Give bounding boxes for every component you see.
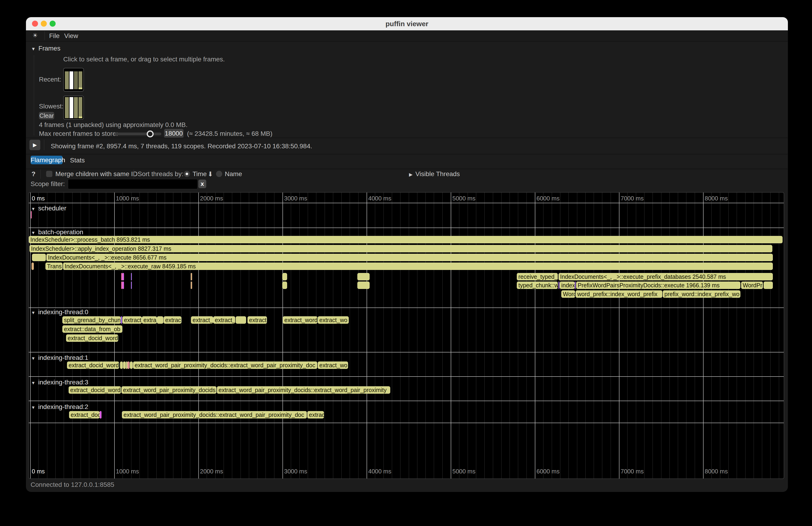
scope-bar[interactable]: Trans <box>45 263 62 270</box>
scope-bar[interactable]: extract_word_pair_proximity_docids <box>121 386 216 394</box>
scope-bar[interactable] <box>357 273 369 280</box>
scope-bar[interactable]: receive_typed_ <box>517 273 558 280</box>
sort-time-label: Time <box>192 170 207 178</box>
thread-collapse-header[interactable]: ▼batch-operation <box>31 229 83 236</box>
scope-bar[interactable] <box>559 281 560 289</box>
merge-children-checkbox[interactable] <box>46 171 53 177</box>
scope-bar[interactable]: extract_docid_word <box>66 334 118 342</box>
scope-bar[interactable]: extract_wo <box>318 362 348 369</box>
thread-collapse-header[interactable]: ▼indexing-thread:0 <box>31 308 88 316</box>
visible-threads-header[interactable]: ▶Visible Threads <box>409 170 460 178</box>
scope-filter-input[interactable] <box>68 179 198 189</box>
scope-bar[interactable]: WordPr <box>741 281 763 289</box>
scope-bar[interactable] <box>191 281 192 289</box>
scope-bar[interactable] <box>157 316 163 324</box>
scope-bar[interactable]: PrefixWordPairsProximityDocids::execute … <box>576 281 740 289</box>
gridline <box>644 192 644 479</box>
slowest-frames-thumbnail[interactable] <box>63 96 84 120</box>
scope-bar[interactable] <box>32 254 46 261</box>
clear-button[interactable]: Clear <box>39 112 54 119</box>
recent-frames-thumbnail[interactable] <box>63 68 84 91</box>
scope-bar[interactable]: IndexDocuments<_, _>::execute_raw 8459.1… <box>63 263 773 270</box>
scope-bar[interactable]: extrac <box>164 316 182 324</box>
gridline <box>308 192 308 479</box>
scope-bar[interactable]: extract_word_pair_proximity_docids::extr… <box>122 411 307 419</box>
thread-collapse-header[interactable]: ▼scheduler <box>31 205 66 212</box>
sort-time-radio[interactable] <box>184 171 190 177</box>
scope-bar[interactable] <box>191 273 192 280</box>
max-frames-slider[interactable] <box>115 133 161 135</box>
scope-bar[interactable]: index <box>560 281 575 289</box>
scope-bar[interactable]: IndexDocuments<_, _>::execute 8656.677 m… <box>46 254 773 261</box>
thread-collapse-header[interactable]: ▼indexing-thread:2 <box>31 403 88 411</box>
max-frames-value[interactable]: 18000 <box>164 129 184 138</box>
scope-bar[interactable]: extract <box>122 316 142 324</box>
thread-collapse-header[interactable]: ▼indexing-thread:3 <box>31 379 88 386</box>
scope-bar[interactable] <box>131 273 132 280</box>
scope-bar[interactable] <box>123 362 126 369</box>
scope-bar[interactable] <box>282 273 287 280</box>
scope-bar[interactable] <box>236 316 246 324</box>
max-frames-slider-knob[interactable] <box>147 130 154 137</box>
scope-bar[interactable]: extrac <box>307 411 324 419</box>
scope-bar[interactable]: extract_ <box>213 316 235 324</box>
help-button[interactable]: ? <box>31 170 35 178</box>
scope-bar[interactable] <box>128 362 130 369</box>
menu-view[interactable]: View <box>64 32 78 40</box>
scope-bar[interactable] <box>120 362 123 369</box>
ruler-tick-label: 2000 ms <box>200 195 223 202</box>
scope-bar[interactable]: typed_chunk::w <box>517 281 558 289</box>
menu-file[interactable]: File <box>49 32 60 40</box>
scope-bar[interactable] <box>122 281 124 289</box>
scope-bar[interactable]: extract <box>247 316 267 324</box>
scope-bar[interactable]: IndexScheduler>::process_batch 8953.821 … <box>29 236 783 243</box>
thread-name: batch-operation <box>38 229 84 236</box>
scope-bar[interactable]: extract_docid_word <box>69 386 121 394</box>
scope-bar[interactable] <box>31 211 32 219</box>
scope-bar[interactable] <box>122 273 124 280</box>
scope-bar[interactable] <box>131 281 132 289</box>
scope-bar[interactable]: extract_word_pair_proximity_docids::extr… <box>133 362 317 369</box>
sort-direction-icon[interactable]: ⬇ <box>208 170 213 178</box>
flamegraph-panel[interactable]: 0 ms0 ms1000 ms1000 ms2000 ms2000 ms3000… <box>28 192 784 479</box>
frames-section-header[interactable]: ▼Frames <box>31 45 60 52</box>
scope-bar[interactable] <box>357 281 369 289</box>
scope-bar[interactable] <box>764 281 773 289</box>
thread-collapse-header[interactable]: ▼indexing-thread:1 <box>31 354 88 362</box>
scope-bar[interactable] <box>31 263 34 270</box>
scope-bar[interactable] <box>121 316 122 324</box>
theme-toggle-icon[interactable]: ☀ <box>32 32 38 39</box>
scope-bar[interactable] <box>100 411 102 419</box>
scope-bar[interactable]: extract_word_pair_proximity_docids::extr… <box>217 386 390 394</box>
scope-bar[interactable]: extra <box>142 316 157 324</box>
scope-bar[interactable]: IndexScheduler>::apply_index_operation 8… <box>29 245 772 252</box>
window-title: puffin viewer <box>26 17 788 30</box>
scope-bar[interactable]: extract_ <box>191 316 213 324</box>
gridline <box>661 192 662 479</box>
scope-bar[interactable] <box>130 362 133 369</box>
scope-bar[interactable] <box>575 281 576 289</box>
frame-bar <box>65 71 69 89</box>
scope-bar[interactable]: word_prefix::index_word_prefix <box>576 290 662 298</box>
section-separator <box>29 307 784 308</box>
sort-name-radio[interactable] <box>216 171 222 177</box>
clear-filter-button[interactable]: x <box>198 179 206 188</box>
tab-stats[interactable]: Stats <box>70 157 85 164</box>
gridline <box>476 192 476 479</box>
scope-bar[interactable]: extract::data_from_ob <box>62 325 122 333</box>
divider <box>40 170 41 179</box>
gridline <box>745 192 745 479</box>
scope-bar[interactable]: prefix_word::index_prefix_wo <box>663 290 740 298</box>
scope-bar[interactable]: IndexDocuments<_, _>::execute_prefix_dat… <box>559 273 773 280</box>
gridline <box>425 192 426 479</box>
scope-bar[interactable]: extract_doc <box>69 411 100 419</box>
play-button[interactable]: ▶ <box>29 140 40 150</box>
scope-bar[interactable] <box>282 281 287 289</box>
scope-bar[interactable]: extract_word <box>283 316 318 324</box>
tab-flamegraph[interactable]: Flamegraph <box>31 156 62 164</box>
gridline <box>737 192 737 479</box>
scope-bar[interactable]: extract_wo <box>318 316 349 324</box>
scope-bar[interactable]: extract_docid_word <box>67 362 119 369</box>
scope-bar[interactable]: split_grenad_by_chun <box>62 316 121 324</box>
scope-bar[interactable]: Word <box>561 290 575 298</box>
